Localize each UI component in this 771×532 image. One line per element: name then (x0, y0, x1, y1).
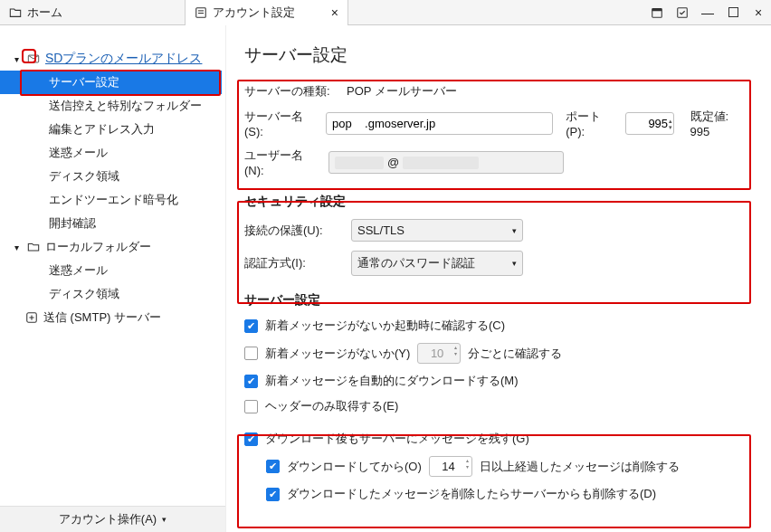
chevron-down-icon[interactable]: ▾ (11, 242, 22, 252)
window-maximize-icon[interactable] (720, 0, 746, 25)
sidebar: ▾ SDプランのメールアドレス サーバー設定 送信控えと特別なフォルダー 編集と… (0, 25, 226, 532)
row-server-type: サーバーの種類: POP メールサーバー (244, 83, 749, 100)
checkbox-delete-sync-label: ダウンロードしたメッセージを削除したらサーバーからも削除する(D) (287, 486, 656, 502)
checkbox-headers-label: ヘッダーのみ取得する(E) (265, 398, 398, 414)
security-heading: セキュリティ設定 (244, 194, 749, 210)
checkbox-leave-days[interactable]: ✔ (266, 460, 280, 473)
checkbox-leave[interactable]: ✔ (244, 432, 258, 446)
account-tree: ▾ SDプランのメールアドレス サーバー設定 送信控えと特別なフォルダー 編集と… (0, 47, 225, 506)
row-check-autodownload: ✔ 新着メッセージを自動的にダウンロードする(M) (244, 373, 749, 389)
username-at: @ (387, 156, 399, 169)
username-domain (403, 157, 479, 169)
sidebar-item-server-settings[interactable]: サーバー設定 (0, 71, 222, 94)
svg-rect-6 (728, 8, 738, 17)
checkbox-interval-pre: 新着メッセージがないか(Y) (265, 346, 410, 362)
spin-up-icon[interactable]: ▴ (663, 118, 677, 124)
connection-security-value: SSL/TLS (357, 223, 405, 237)
svg-rect-1 (198, 10, 204, 11)
svg-rect-2 (198, 13, 204, 14)
sidebar-item-junk[interactable]: 迷惑メール (0, 141, 222, 165)
auth-method-value: 通常のパスワード認証 (357, 255, 475, 271)
server-type-value: POP メールサーバー (347, 83, 457, 100)
window-close-icon[interactable]: × (746, 0, 771, 25)
server-name-label: サーバー名(S): (244, 109, 319, 138)
auth-method-select[interactable]: 通常のパスワード認証 ▾ (351, 251, 523, 276)
sidebar-item-local-disk[interactable]: ディスク領域 (0, 282, 222, 306)
row-check-interval: 新着メッセージがないか(Y) 10 分ごとに確認する (244, 343, 749, 364)
sidebar-item-composition[interactable]: 編集とアドレス入力 (0, 118, 222, 141)
sidebar-footer: アカウント操作(A) ▾ (0, 506, 225, 532)
smtp-label: 送信 (SMTP) サーバー (43, 309, 161, 326)
content: サーバー設定 サーバーの種類: POP メールサーバー サーバー名(S): ポー… (226, 25, 771, 532)
checkbox-startup[interactable]: ✔ (244, 319, 258, 333)
row-username: ユーザー名(N): @ (244, 147, 749, 177)
checkbox-leave-label: ダウンロード後もサーバーにメッセージを残す(G) (265, 431, 529, 447)
row-server-name: サーバー名(S): ポート(P): ▴▾ 既定値: 995 (244, 109, 749, 138)
checkbox-leave-days-post: 日以上経過したメッセージは削除する (480, 459, 680, 475)
checkbox-delete-sync[interactable]: ✔ (266, 488, 280, 501)
tab-settings-label: アカウント設定 (213, 5, 295, 21)
row-check-delete-sync: ✔ ダウンロードしたメッセージを削除したらサーバーからも削除する(D) (244, 486, 749, 502)
tab-account-settings[interactable]: アカウント設定 × (186, 0, 348, 24)
window-minimize-icon[interactable]: — (695, 0, 720, 25)
chevron-down-icon: ▾ (162, 515, 167, 524)
highlight-toggle (22, 49, 36, 63)
connection-security-select[interactable]: SSL/TLS ▾ (351, 219, 523, 242)
chevron-down-icon: ▾ (512, 226, 517, 235)
checkbox-autodownload-label: 新着メッセージを自動的にダウンロードする(M) (265, 373, 519, 389)
chevron-down-icon: ▾ (512, 259, 517, 268)
checkbox-interval-post: 分ごとに確認する (468, 346, 562, 362)
tab-home-label: ホーム (27, 5, 62, 21)
settings-tab-icon (195, 6, 207, 19)
server-type-label: サーバーの種類: (244, 83, 339, 100)
titlebar: ホーム アカウント設定 × — × (0, 0, 771, 25)
svg-rect-5 (678, 7, 688, 17)
tree-local-root[interactable]: ▾ ローカルフォルダー (0, 235, 222, 259)
auth-method-label: 認証方式(I): (244, 255, 344, 271)
checkbox-interval[interactable] (244, 347, 258, 360)
page-title: サーバー設定 (244, 43, 749, 67)
username-label: ユーザー名(N): (244, 147, 321, 177)
connection-security-label: 接続の保護(U): (244, 223, 344, 239)
svg-rect-4 (652, 8, 662, 11)
chevron-down-icon[interactable]: ▾ (11, 54, 22, 64)
tasks-icon[interactable] (670, 0, 695, 25)
username-input[interactable]: @ (328, 151, 564, 174)
row-auth-method: 認証方式(I): 通常のパスワード認証 ▾ (244, 251, 749, 276)
calendar-icon[interactable] (644, 0, 670, 25)
leave-days-input[interactable]: 14 (429, 456, 472, 477)
toolbar-right: — × (644, 0, 771, 24)
sidebar-item-receipts[interactable]: 開封確認 (0, 212, 222, 235)
folder-icon (9, 6, 22, 19)
checkbox-startup-label: 新着メッセージがないか起動時に確認する(C) (265, 318, 505, 334)
row-check-leave: ✔ ダウンロード後もサーバーにメッセージを残す(G) (244, 431, 749, 447)
row-check-startup: ✔ 新着メッセージがないか起動時に確認する(C) (244, 318, 749, 334)
interval-minutes-input[interactable]: 10 (417, 343, 461, 364)
server-name-input[interactable] (326, 112, 553, 135)
folder-icon (27, 241, 40, 253)
account-actions-button[interactable]: アカウント操作(A) ▾ (0, 507, 225, 532)
row-check-headers: ヘッダーのみ取得する(E) (244, 398, 749, 414)
account-root-label: SDプランのメールアドレス (45, 51, 202, 67)
sidebar-item-e2e[interactable]: エンドツーエンド暗号化 (0, 188, 222, 212)
row-connection-security: 接続の保護(U): SSL/TLS ▾ (244, 219, 749, 242)
spin-down-icon[interactable]: ▾ (663, 124, 677, 130)
tree-smtp[interactable]: 送信 (SMTP) サーバー (0, 306, 222, 329)
tab-home[interactable]: ホーム (0, 0, 186, 24)
local-root-label: ローカルフォルダー (45, 239, 151, 255)
port-spinner[interactable]: ▴▾ (663, 118, 677, 130)
checkbox-autodownload[interactable]: ✔ (244, 375, 258, 388)
checkbox-headers[interactable] (244, 400, 258, 413)
close-tab-icon[interactable]: × (331, 5, 338, 20)
row-check-leave-days: ✔ ダウンロードしてから(O) 14 日以上経過したメッセージは削除する (244, 456, 749, 477)
highlight-leave (237, 434, 751, 528)
port-label: ポート(P): (566, 109, 618, 138)
sidebar-item-copies[interactable]: 送信控えと特別なフォルダー (0, 94, 222, 118)
port-default-label: 既定値: 995 (690, 109, 750, 138)
sidebar-item-disk[interactable]: ディスク領域 (0, 165, 222, 188)
sidebar-item-local-junk[interactable]: 迷惑メール (0, 259, 222, 282)
account-actions-label: アカウント操作(A) (59, 511, 157, 527)
checkbox-leave-days-pre: ダウンロードしてから(O) (287, 459, 422, 475)
smtp-icon (25, 311, 38, 324)
server-settings-heading: サーバー設定 (244, 292, 749, 309)
